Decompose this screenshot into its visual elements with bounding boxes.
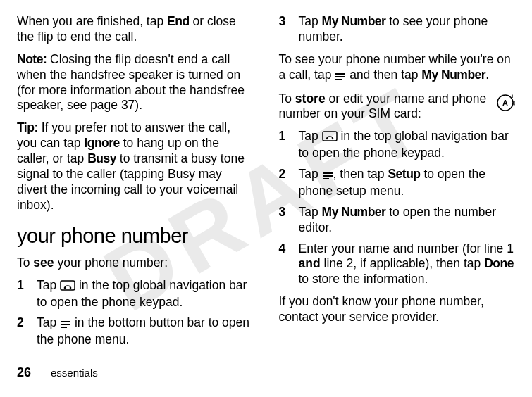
step-text: Tap , then tap Setup to open the phone s…: [299, 167, 516, 199]
step-num: 3: [279, 14, 289, 45]
page-number: 26: [17, 365, 31, 381]
text: Tap: [299, 14, 322, 28]
step-text: Tap My Number to open the number editor.: [299, 205, 516, 236]
label-ignore: Ignore: [84, 136, 119, 150]
para-oncall: To see your phone number while you're on…: [279, 52, 516, 84]
step-2: 2 Tap in the bottom button bar to open t…: [17, 315, 254, 348]
text: line 2, if applicable), then tap: [321, 256, 485, 270]
para-see: To see your phone number:: [17, 256, 254, 271]
sim-badge-icon: A+)): [495, 93, 515, 117]
text: To: [279, 92, 295, 106]
text: Tap: [299, 205, 322, 219]
para-note: Note: Closing the flip doesn't end a cal…: [17, 52, 254, 114]
svg-point-1: [64, 286, 66, 289]
text: Tap: [299, 167, 322, 181]
label-and: and: [299, 256, 321, 270]
label-mynumber: My Number: [421, 68, 485, 82]
label-see: see: [33, 256, 54, 270]
step-text: Enter your name and number (for line 1 a…: [299, 241, 516, 288]
step-3: 3 Tap My Number to see your phone number…: [279, 14, 516, 45]
step-1: 1 Tap in the top global navigation bar t…: [17, 278, 254, 310]
label-mynumber: My Number: [322, 14, 386, 28]
para-end-call: When you are finished, tap End or close …: [17, 14, 254, 45]
text: your phone number:: [54, 256, 168, 270]
step-text: Tap in the bottom button bar to open the…: [37, 315, 254, 348]
label-setup: Setup: [388, 167, 420, 181]
store-steps: 1 Tap in the top global navigation bar t…: [279, 129, 516, 287]
label-mynumber: My Number: [322, 205, 386, 219]
label-end: End: [167, 14, 190, 28]
svg-text:A: A: [502, 99, 508, 107]
footer-section: essentials: [51, 367, 98, 380]
text: Closing the flip doesn't end a call when…: [17, 52, 245, 113]
menu-icon: [60, 317, 71, 332]
text: , then tap: [333, 167, 388, 181]
phone-icon: [60, 279, 75, 295]
page-footer: 26 essentials: [17, 365, 515, 381]
text: Tap: [37, 278, 60, 292]
text: To: [17, 256, 33, 270]
content-columns: When you are finished, tap End or close …: [17, 14, 515, 359]
svg-text:)): )): [512, 100, 515, 106]
step-2b: 2 Tap , then tap Setup to open the phone…: [279, 167, 516, 199]
menu-icon: [322, 168, 333, 184]
svg-text:+: +: [511, 93, 514, 100]
svg-point-2: [70, 286, 72, 289]
step-num: 4: [279, 241, 289, 288]
text: Tap: [299, 129, 322, 143]
svg-point-14: [326, 138, 328, 140]
label-done: Done: [484, 256, 514, 270]
text: Tap: [37, 315, 60, 329]
para-store: A+)) To store or edit your name and phon…: [279, 92, 516, 122]
step-text: Tap My Number to see your phone number.: [299, 14, 516, 45]
step-text: Tap in the top global navigation bar to …: [37, 278, 254, 310]
step-4b: 4 Enter your name and number (for line 1…: [279, 241, 516, 288]
step-text: Tap in the top global navigation bar to …: [299, 129, 516, 161]
step-num: 1: [279, 129, 289, 161]
para-provider: If you don't know your phone number, con…: [279, 294, 516, 325]
label-note: Note:: [17, 52, 47, 66]
label-busy: Busy: [87, 151, 116, 165]
text: When you are finished, tap: [17, 14, 167, 28]
step-num: 3: [279, 205, 289, 236]
step-1b: 1 Tap in the top global navigation bar t…: [279, 129, 516, 161]
step-3b: 3 Tap My Number to open the number edito…: [279, 205, 516, 236]
text: and then tap: [346, 68, 421, 82]
text: to store the information.: [299, 272, 428, 286]
para-tip: Tip: If you prefer not to answer the cal…: [17, 120, 254, 213]
step-num: 2: [17, 315, 27, 348]
phone-icon: [322, 130, 338, 146]
step-num: 2: [279, 167, 289, 199]
label-store: store: [295, 92, 326, 106]
svg-point-15: [331, 138, 333, 140]
heading-your-phone-number: your phone number: [17, 223, 254, 248]
label-tip: Tip:: [17, 120, 38, 134]
menu-icon: [335, 69, 346, 84]
step-num: 1: [17, 278, 27, 310]
text: .: [485, 68, 489, 82]
text: Enter your name and number (for line 1: [299, 241, 514, 256]
